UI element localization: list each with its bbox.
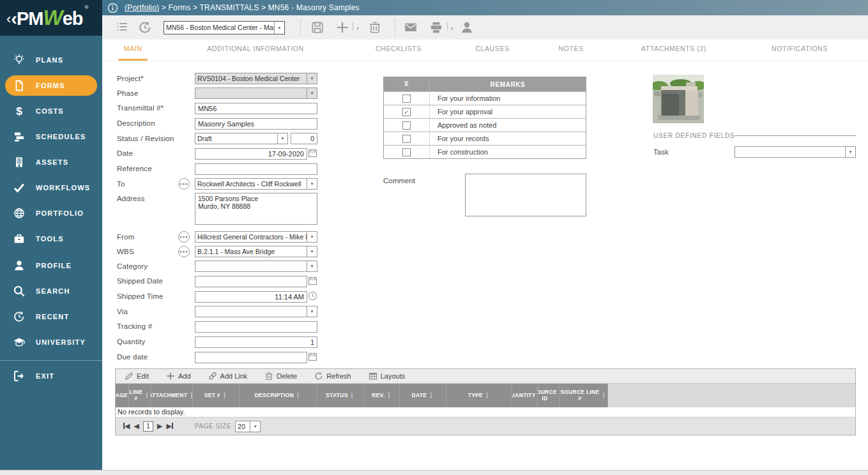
column-menu-icon[interactable]: ⋮ bbox=[428, 392, 434, 398]
print-icon[interactable] bbox=[429, 20, 443, 34]
sidebar-item-schedules[interactable]: SCHEDULES bbox=[5, 126, 97, 147]
remarks-checkbox[interactable]: ✓ bbox=[402, 108, 411, 116]
address-field[interactable]: 1500 Parsons Place Murdo, NY 88888 bbox=[195, 193, 317, 225]
sidebar-item-plans[interactable]: PLANS bbox=[5, 50, 97, 70]
current-page-field[interactable]: 1 bbox=[143, 421, 153, 432]
print-options-caret-icon[interactable]: ▼ bbox=[450, 27, 454, 31]
column-menu-icon[interactable]: ⋮ bbox=[484, 392, 490, 398]
calendar-icon[interactable] bbox=[308, 352, 317, 361]
date-field[interactable] bbox=[195, 148, 307, 160]
tracking-field[interactable] bbox=[195, 321, 317, 333]
column-header-source-line-[interactable]: SOURCE LINE #⋮ bbox=[560, 384, 608, 407]
comment-field[interactable] bbox=[465, 174, 586, 216]
delete-button[interactable]: Delete bbox=[264, 372, 297, 381]
description-field[interactable] bbox=[195, 118, 317, 130]
from-select[interactable]: Hillcrest General Contractors - Mike Mar… bbox=[195, 231, 317, 243]
tab-notifications[interactable]: NOTIFICATIONS bbox=[766, 40, 833, 61]
status-select[interactable]: Draft▼ bbox=[195, 133, 288, 144]
add-options-caret-icon[interactable]: ▼ bbox=[356, 27, 360, 31]
delete-icon[interactable] bbox=[368, 20, 382, 34]
user-icon[interactable] bbox=[460, 20, 474, 34]
sidebar-item-forms[interactable]: FORMS bbox=[5, 75, 97, 96]
layouts-button[interactable]: Layouts bbox=[369, 372, 406, 381]
column-header-source-id[interactable]: SOURCE ID⋮ bbox=[538, 384, 560, 407]
quantity-field[interactable] bbox=[195, 336, 317, 348]
reference-field[interactable] bbox=[195, 163, 317, 175]
column-header-line-[interactable]: LINE #⋮ bbox=[129, 384, 151, 407]
edit-button[interactable]: Edit bbox=[125, 372, 149, 381]
tab-notes[interactable]: NOTES bbox=[553, 40, 588, 61]
add-button[interactable]: Add bbox=[166, 372, 191, 381]
column-header-status[interactable]: STATUS⋮ bbox=[317, 384, 365, 407]
page-size-select[interactable]: 20▼ bbox=[235, 421, 261, 432]
attachment-thumbnail[interactable] bbox=[653, 75, 704, 123]
sidebar-item-search[interactable]: SEARCH bbox=[5, 281, 97, 301]
to-select[interactable]: Rockwell Architects - Cliff Rockwell▼ bbox=[195, 178, 317, 190]
transmittal-number-field[interactable] bbox=[195, 103, 317, 114]
from-lookup-button[interactable]: ●●● bbox=[178, 231, 190, 243]
column-menu-icon[interactable]: ⋮ bbox=[601, 392, 607, 398]
add-link-button[interactable]: Add Link bbox=[208, 372, 248, 381]
calendar-icon[interactable] bbox=[308, 276, 317, 285]
sidebar-item-tools[interactable]: TOOLS bbox=[5, 229, 97, 249]
column-menu-icon[interactable]: ⋮ bbox=[386, 392, 392, 398]
column-menu-icon[interactable]: ⋮ bbox=[144, 392, 149, 398]
remarks-checkbox[interactable] bbox=[402, 121, 411, 130]
tab-main[interactable]: MAIN bbox=[119, 40, 148, 61]
column-menu-icon[interactable]: ⋮ bbox=[188, 392, 193, 398]
shipped-date-field[interactable] bbox=[195, 276, 307, 287]
column-header-image[interactable]: IMAGE⋮ bbox=[116, 384, 129, 407]
tab-clauses[interactable]: CLAUSES bbox=[470, 40, 514, 61]
to-lookup-button[interactable]: ●●● bbox=[178, 178, 190, 190]
wbs-lookup-button[interactable]: ●●● bbox=[178, 246, 190, 257]
column-header-description[interactable]: DESCRIPTION⋮ bbox=[240, 384, 317, 407]
sidebar-item-assets[interactable]: ASSETS bbox=[5, 152, 97, 172]
last-page-icon[interactable]: ▶ bbox=[166, 423, 172, 430]
column-menu-icon[interactable]: ⋮ bbox=[295, 392, 301, 398]
column-header-attachment[interactable]: ATTACHMENT⋮ bbox=[151, 384, 193, 407]
app-logo[interactable]: ‹‹PMWeb® bbox=[0, 0, 102, 36]
revision-field[interactable] bbox=[291, 133, 317, 144]
next-page-icon[interactable]: ▶ bbox=[157, 423, 162, 430]
sidebar-item-portfolio[interactable]: PORTFOLIO bbox=[5, 203, 97, 223]
sidebar-item-workflows[interactable]: WORKFLOWS bbox=[5, 177, 97, 198]
sidebar-item-profile[interactable]: PROFILE bbox=[5, 255, 97, 276]
due-date-field[interactable] bbox=[195, 352, 307, 363]
column-header-quantity[interactable]: QUANTITY⋮ bbox=[512, 384, 538, 407]
info-icon[interactable] bbox=[107, 3, 118, 13]
tab-checklists[interactable]: CHECKLISTS bbox=[370, 40, 427, 61]
clock-icon[interactable] bbox=[308, 291, 317, 301]
add-icon[interactable] bbox=[335, 20, 349, 34]
column-header-date[interactable]: DATE⋮ bbox=[400, 384, 446, 407]
shipped-time-field[interactable] bbox=[195, 291, 307, 303]
tab-attachments-2-[interactable]: ATTACHMENTS (2) bbox=[636, 40, 712, 61]
breadcrumb-portfolio-link[interactable]: (Portfolio) bbox=[125, 3, 159, 12]
previous-page-icon[interactable]: ◀ bbox=[133, 423, 139, 430]
project-select[interactable]: RVS0104 - Boston Medical Center▼ bbox=[195, 73, 317, 84]
save-icon[interactable] bbox=[310, 20, 324, 34]
column-menu-icon[interactable]: ⋮ bbox=[222, 392, 227, 398]
tab-additional-information[interactable]: ADDITIONAL INFORMATION bbox=[202, 40, 308, 61]
via-select[interactable]: ▼ bbox=[195, 306, 317, 317]
task-select[interactable]: ▼ bbox=[735, 146, 856, 158]
sidebar-item-recent[interactable]: RECENT bbox=[5, 306, 97, 327]
remarks-checkbox[interactable] bbox=[402, 94, 411, 103]
wbs-select[interactable]: B.2.1.1 - Mass Ave Bridge▼ bbox=[195, 246, 317, 257]
first-page-icon[interactable]: ◀ bbox=[123, 423, 130, 430]
list-view-icon[interactable] bbox=[115, 20, 129, 34]
sidebar-item-university[interactable]: UNIVERSITY bbox=[5, 332, 97, 352]
mail-icon[interactable] bbox=[404, 20, 418, 34]
sidebar-item-costs[interactable]: $COSTS bbox=[5, 101, 97, 121]
remarks-checkbox[interactable] bbox=[402, 148, 411, 156]
record-selector[interactable]: MN56 - Boston Medical Center - Mas ▼ bbox=[164, 21, 285, 34]
remarks-checkbox[interactable] bbox=[402, 135, 411, 143]
category-select[interactable]: ▼ bbox=[195, 260, 317, 272]
column-menu-icon[interactable]: ⋮ bbox=[349, 392, 355, 398]
calendar-icon[interactable] bbox=[308, 148, 317, 158]
sidebar-item-exit[interactable]: EXIT bbox=[5, 366, 97, 386]
history-icon[interactable] bbox=[138, 20, 152, 34]
refresh-button[interactable]: Refresh bbox=[314, 372, 351, 381]
column-header-set-[interactable]: SET #⋮ bbox=[193, 384, 240, 407]
column-header-type[interactable]: TYPE⋮ bbox=[446, 384, 512, 407]
phase-select[interactable]: ▼ bbox=[195, 87, 317, 99]
